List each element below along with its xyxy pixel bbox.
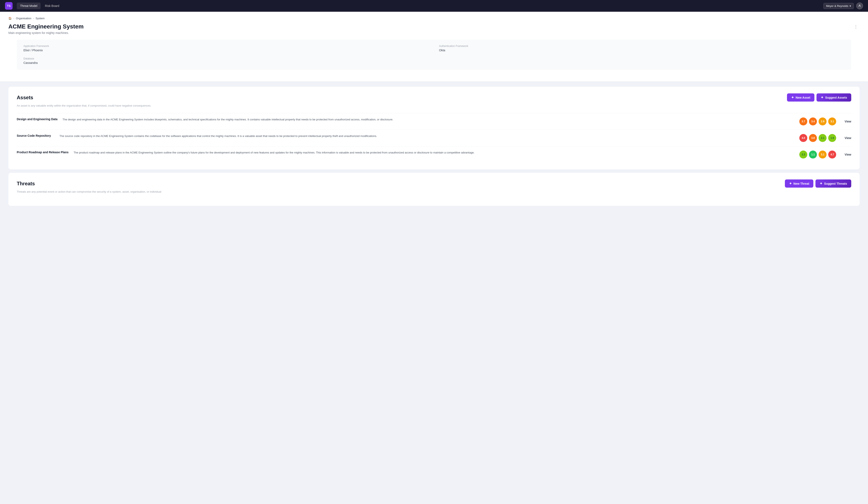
app-framework-value: Elixir / Phoenix xyxy=(23,49,43,52)
asset-name: Source Code Repository xyxy=(17,134,54,137)
score-badge: 1.1 xyxy=(809,151,817,158)
svg-point-0 xyxy=(859,5,860,6)
asset-description: The product roadmap and release plans in… xyxy=(73,151,794,155)
assets-title: Assets xyxy=(17,95,33,101)
assets-section-header: Assets ✦ New Asset ✦ Suggest Assets xyxy=(17,93,851,102)
score-badge: 3.7 xyxy=(799,117,807,125)
suggest-threats-label: Suggest Threats xyxy=(824,182,847,185)
breadcrumb-system: System xyxy=(35,17,44,20)
asset-view-link[interactable]: View xyxy=(845,136,851,140)
plus-icon: ✦ xyxy=(789,182,792,186)
score-badge: 2.3 xyxy=(799,151,807,158)
page-header: 🏠 › Organisation › System ACME Engineeri… xyxy=(0,12,868,82)
score-badge: 4.0 xyxy=(799,134,807,142)
system-info-card: Application Framework Elixir / Phoenix A… xyxy=(17,40,851,70)
auth-framework-label: Authentication Framework xyxy=(439,44,845,48)
auth-framework-field: Authentication Framework Okta xyxy=(439,44,845,52)
auth-framework-value: Okta xyxy=(439,49,445,52)
title-block: ACME Engineering System Main engineering… xyxy=(8,23,84,34)
new-asset-button[interactable]: ✦ New Asset xyxy=(787,93,814,102)
page-title: ACME Engineering System xyxy=(8,23,84,30)
asset-description: The source code repository in the ACME E… xyxy=(60,134,794,138)
assets-btn-group: ✦ New Asset ✦ Suggest Assets xyxy=(787,93,851,102)
database-field: Database Cassandra xyxy=(23,57,429,65)
threats-section-header: Threats ✦ New Threat ✦ Suggest Threats xyxy=(17,179,851,188)
score-badge: 1.9 xyxy=(828,134,836,142)
more-menu-button[interactable]: ⋮ xyxy=(852,23,860,30)
database-value: Cassandra xyxy=(23,61,38,64)
score-badge: 3.1 xyxy=(828,117,836,125)
breadcrumb-separator-1: › xyxy=(13,17,14,20)
page-subtitle: Main engineering system for mighty machi… xyxy=(8,31,84,34)
suggest-assets-button[interactable]: ✦ Suggest Assets xyxy=(816,93,851,102)
score-badge: 2.1 xyxy=(819,134,827,142)
asset-view-link[interactable]: View xyxy=(845,153,851,156)
page-content: 🏠 › Organisation › System ACME Engineeri… xyxy=(0,12,868,82)
user-avatar[interactable] xyxy=(856,2,863,9)
asset-row: Source Code Repository The source code r… xyxy=(17,130,851,146)
asset-scores: 2.3 1.1 3.1 4.7 xyxy=(799,151,836,158)
app-framework-field: Application Framework Elixir / Phoenix xyxy=(23,44,429,52)
breadcrumb-organisation[interactable]: Organisation xyxy=(16,17,31,20)
plus-icon: ✦ xyxy=(791,95,794,100)
app-framework-label: Application Framework xyxy=(23,44,429,48)
database-label: Database xyxy=(23,57,429,60)
new-threat-label: New Threat xyxy=(794,182,809,185)
nav-tabs: Threat Model Risk Board xyxy=(17,2,824,9)
breadcrumb-home[interactable]: 🏠 xyxy=(8,17,12,20)
score-badge: 3.8 xyxy=(809,134,817,142)
asset-view-link[interactable]: View xyxy=(845,120,851,123)
nav-tab-threat-model[interactable]: Threat Model xyxy=(17,2,41,9)
score-badge: 4.7 xyxy=(828,151,836,158)
threats-btn-group: ✦ New Threat ✦ Suggest Threats xyxy=(785,179,851,188)
asset-scores: 4.0 3.8 2.1 1.9 xyxy=(799,134,836,142)
sparkle-icon: ✦ xyxy=(820,182,822,186)
asset-row: Product Roadmap and Release Plans The pr… xyxy=(17,146,851,163)
asset-row: Design and Engineering Data The design a… xyxy=(17,113,851,130)
nav-tab-risk-board[interactable]: Risk Board xyxy=(41,2,62,9)
score-badge: 2.9 xyxy=(819,117,827,125)
assets-section: Assets ✦ New Asset ✦ Suggest Assets An a… xyxy=(8,87,860,169)
org-name: Meyer & Reynolds xyxy=(826,4,848,8)
assets-description: An asset is any valuable entity within t… xyxy=(17,104,851,107)
app-logo: TS xyxy=(5,2,12,10)
new-threat-button[interactable]: ✦ New Threat xyxy=(785,179,813,188)
suggest-threats-button[interactable]: ✦ Suggest Threats xyxy=(815,179,851,188)
page-title-row: ACME Engineering System Main engineering… xyxy=(8,23,860,34)
asset-description: The design and engineering data in the A… xyxy=(62,117,794,122)
sections-area: Assets ✦ New Asset ✦ Suggest Assets An a… xyxy=(0,82,868,206)
org-selector[interactable]: Meyer & Reynolds ▾ xyxy=(824,3,854,9)
asset-scores: 3.7 3.4 2.9 3.1 xyxy=(799,117,836,125)
nav-right: Meyer & Reynolds ▾ xyxy=(824,2,863,9)
asset-name: Product Roadmap and Release Plans xyxy=(17,151,69,154)
threats-description: Threats are any potential event or actio… xyxy=(17,190,851,193)
score-badge: 3.1 xyxy=(819,151,827,158)
threats-section: Threats ✦ New Threat ✦ Suggest Threats T… xyxy=(8,173,860,206)
top-navigation: TS Threat Model Risk Board Meyer & Reyno… xyxy=(0,0,868,12)
breadcrumb: 🏠 › Organisation › System xyxy=(8,17,860,20)
suggest-assets-label: Suggest Assets xyxy=(825,96,847,99)
breadcrumb-separator-2: › xyxy=(33,17,34,20)
content-wrapper: Assets ✦ New Asset ✦ Suggest Assets An a… xyxy=(0,82,868,216)
new-asset-label: New Asset xyxy=(796,96,810,99)
asset-name: Design and Engineering Data xyxy=(17,117,58,121)
threats-title: Threats xyxy=(17,181,35,187)
chevron-down-icon: ▾ xyxy=(850,4,851,8)
score-badge: 3.4 xyxy=(809,117,817,125)
sparkle-icon: ✦ xyxy=(821,95,824,100)
